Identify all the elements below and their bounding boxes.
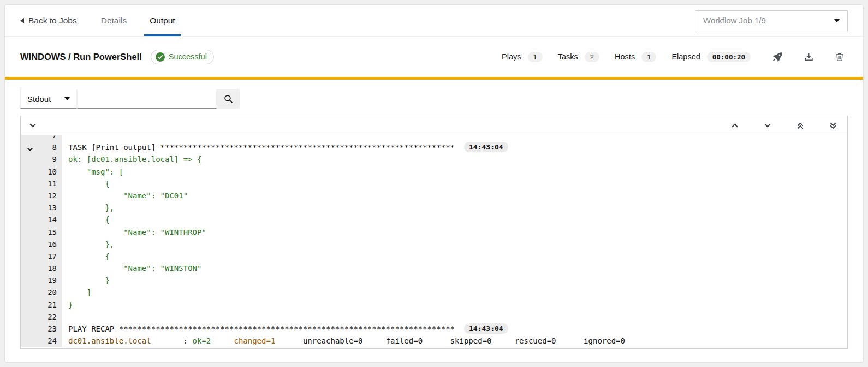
- console-line: 15 "Name": "WINTHROP": [21, 226, 847, 238]
- console-line: 19 }: [21, 274, 847, 286]
- line-number: 21: [21, 299, 62, 311]
- chevron-down-icon: [29, 122, 37, 129]
- console-line-text: "Name": "DC01": [62, 190, 188, 202]
- status-badge[interactable]: Successful: [151, 50, 214, 64]
- double-chevron-up-icon: [796, 122, 804, 130]
- console-line-text: },: [62, 202, 114, 214]
- line-number: 12: [21, 190, 62, 202]
- console-line-text: {: [62, 250, 110, 262]
- console-line: 13 },: [21, 202, 847, 214]
- console-scroll-controls: [731, 122, 839, 130]
- console-line: 11 {: [21, 178, 847, 190]
- line-number: 9: [21, 153, 62, 165]
- console-line: 24dc01.ansible.local : ok=2 changed=1 un…: [21, 335, 847, 347]
- relaunch-button[interactable]: [772, 52, 783, 62]
- job-action-icons: [772, 52, 845, 62]
- download-output-button[interactable]: [804, 52, 814, 62]
- console-line-text: }: [62, 274, 110, 286]
- console-line-text: ok: [dc01.ansible.local] => {: [62, 153, 201, 165]
- console-line: 12 "Name": "DC01": [21, 190, 847, 202]
- console-output[interactable]: 78TASK [Print output] ******************…: [21, 135, 847, 348]
- delete-job-button[interactable]: [835, 52, 845, 62]
- line-number: 22: [21, 311, 62, 323]
- console-line: 10 "msg": [: [21, 166, 847, 178]
- job-output-page: Back to Jobs Details Output Workflow Job…: [4, 4, 864, 363]
- line-number: 18: [21, 262, 62, 274]
- stdout-filter-select[interactable]: Stdout: [20, 89, 77, 109]
- console-line-text: [62, 311, 68, 323]
- workflow-job-select-value: Workflow Job 1/9: [703, 16, 766, 25]
- tab-details[interactable]: Details: [96, 5, 132, 36]
- status-badge-label: Successful: [169, 52, 207, 61]
- line-number: 11: [21, 178, 62, 190]
- double-chevron-down-icon: [829, 122, 837, 130]
- console-line: 17 {: [21, 250, 847, 262]
- console-line-text: }: [62, 299, 73, 311]
- search-icon: [224, 94, 233, 104]
- line-number: 8: [21, 141, 62, 153]
- console-line-text: {: [62, 214, 110, 226]
- console-line: 9ok: [dc01.ansible.local] => {: [21, 153, 847, 165]
- toggle-expand-all-button[interactable]: [29, 122, 37, 129]
- console-line-text: "msg": [: [62, 166, 123, 178]
- rocket-icon: [772, 52, 783, 62]
- console-line: 18 "Name": "WINSTON": [21, 262, 847, 274]
- check-circle-icon: [156, 52, 165, 62]
- stat-elapsed: Elapsed 00:00:20: [671, 52, 751, 62]
- line-number: 10: [21, 166, 62, 178]
- back-to-jobs-label: Back to Jobs: [28, 16, 77, 26]
- hosts-count-badge: 1: [641, 52, 656, 62]
- line-number: 15: [21, 226, 62, 238]
- output-filter-row: Stdout: [5, 80, 863, 116]
- console-line: 7: [21, 135, 847, 141]
- chevron-down-icon: [834, 19, 840, 22]
- chevron-up-icon: [731, 122, 739, 129]
- scroll-previous-button[interactable]: [731, 122, 739, 129]
- back-arrow-icon: [20, 18, 24, 23]
- stat-plays: Plays 1: [502, 52, 543, 62]
- download-icon: [804, 52, 814, 62]
- line-number: 19: [21, 274, 62, 286]
- console-line: 20 ]: [21, 286, 847, 298]
- stdout-filter-value: Stdout: [27, 94, 51, 104]
- line-number: 14: [21, 214, 62, 226]
- console-line-text: "Name": "WINTHROP": [62, 226, 206, 238]
- line-number: 24: [21, 335, 62, 347]
- chevron-down-icon: [64, 97, 70, 100]
- workflow-job-select[interactable]: Workflow Job 1/9: [695, 10, 848, 31]
- line-number: 16: [21, 238, 62, 250]
- stat-tasks: Tasks 2: [558, 52, 599, 62]
- scroll-to-bottom-button[interactable]: [829, 122, 837, 130]
- search-button[interactable]: [217, 89, 240, 109]
- scroll-next-button[interactable]: [764, 122, 771, 129]
- console-line-text: TASK [Print output] ********************…: [62, 141, 508, 153]
- console-line-text: },: [62, 238, 114, 250]
- console-line-text: [62, 135, 68, 141]
- timestamp-badge: 14:43:04: [464, 142, 508, 152]
- chevron-down-icon: [764, 122, 771, 129]
- console-toolbar: [21, 116, 847, 135]
- console-line-text: PLAY RECAP *****************************…: [62, 323, 508, 335]
- line-number: 13: [21, 202, 62, 214]
- console-line: 14 {: [21, 214, 847, 226]
- scroll-to-top-button[interactable]: [796, 122, 804, 130]
- console-line-text: dc01.ansible.local : ok=2 changed=1 unre…: [62, 335, 625, 347]
- line-number: 23: [21, 323, 62, 335]
- line-number: 7: [21, 135, 62, 141]
- console-line: 8TASK [Print output] *******************…: [21, 141, 847, 153]
- console-line-text: {: [62, 178, 110, 190]
- elapsed-time-badge: 00:00:20: [707, 52, 751, 62]
- timestamp-badge: 14:43:04: [464, 323, 508, 334]
- back-to-jobs-link[interactable]: Back to Jobs: [20, 5, 77, 36]
- plays-count-badge: 1: [528, 52, 543, 62]
- search-input[interactable]: [77, 89, 217, 109]
- page-title: WINDOWS / Run PowerShell: [20, 52, 142, 62]
- console-line: 16 },: [21, 238, 847, 250]
- tasks-count-badge: 2: [585, 52, 599, 62]
- stdout-console: 78TASK [Print output] ******************…: [20, 116, 848, 349]
- stat-hosts: Hosts 1: [615, 52, 656, 62]
- line-number: 20: [21, 286, 62, 298]
- console-line: 21}: [21, 299, 847, 311]
- trash-icon: [835, 52, 845, 62]
- tab-output[interactable]: Output: [144, 5, 181, 36]
